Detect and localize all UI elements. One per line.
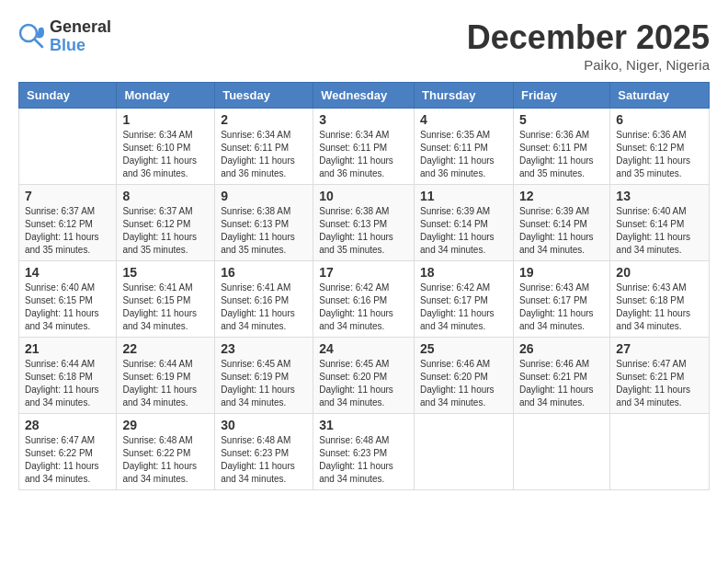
calendar-day-header: Tuesday (215, 83, 313, 109)
calendar-day-header: Monday (117, 83, 215, 109)
calendar-cell: 19Sunrise: 6:43 AM Sunset: 6:17 PM Dayli… (513, 261, 609, 338)
day-number: 14 (25, 265, 110, 280)
calendar-cell: 17Sunrise: 6:42 AM Sunset: 6:16 PM Dayli… (313, 261, 415, 338)
calendar-cell: 10Sunrise: 6:38 AM Sunset: 6:13 PM Dayli… (313, 185, 415, 261)
calendar-cell: 28Sunrise: 6:47 AM Sunset: 6:22 PM Dayli… (19, 414, 117, 490)
day-info: Sunrise: 6:40 AM Sunset: 6:15 PM Dayligh… (25, 282, 110, 333)
day-number: 29 (122, 418, 209, 432)
logo-text: General Blue (50, 18, 111, 55)
day-info: Sunrise: 6:35 AM Sunset: 6:11 PM Dayligh… (420, 129, 507, 180)
day-info: Sunrise: 6:42 AM Sunset: 6:17 PM Dayligh… (420, 282, 507, 333)
day-info: Sunrise: 6:36 AM Sunset: 6:11 PM Dayligh… (519, 129, 604, 180)
day-info: Sunrise: 6:47 AM Sunset: 6:22 PM Dayligh… (25, 434, 110, 486)
calendar-cell: 23Sunrise: 6:45 AM Sunset: 6:19 PM Dayli… (215, 338, 313, 414)
day-info: Sunrise: 6:39 AM Sunset: 6:14 PM Dayligh… (420, 205, 507, 257)
day-number: 9 (221, 189, 307, 203)
day-number: 22 (122, 341, 209, 356)
calendar-cell (415, 414, 514, 490)
calendar-cell: 24Sunrise: 6:45 AM Sunset: 6:20 PM Dayli… (313, 338, 415, 414)
calendar-week-row: 1Sunrise: 6:34 AM Sunset: 6:10 PM Daylig… (19, 109, 710, 185)
title-block: December 2025 Paiko, Niger, Nigeria (467, 18, 710, 73)
day-info: Sunrise: 6:37 AM Sunset: 6:12 PM Dayligh… (25, 205, 110, 257)
calendar-cell: 16Sunrise: 6:41 AM Sunset: 6:16 PM Dayli… (215, 261, 313, 338)
day-info: Sunrise: 6:41 AM Sunset: 6:15 PM Dayligh… (122, 282, 209, 333)
calendar-cell: 27Sunrise: 6:47 AM Sunset: 6:21 PM Dayli… (610, 338, 710, 414)
day-info: Sunrise: 6:36 AM Sunset: 6:12 PM Dayligh… (616, 129, 703, 180)
day-info: Sunrise: 6:46 AM Sunset: 6:20 PM Dayligh… (420, 358, 507, 409)
day-info: Sunrise: 6:48 AM Sunset: 6:23 PM Dayligh… (319, 434, 408, 486)
day-info: Sunrise: 6:38 AM Sunset: 6:13 PM Dayligh… (319, 205, 408, 257)
day-number: 6 (616, 112, 703, 127)
calendar-table: SundayMondayTuesdayWednesdayThursdayFrid… (18, 82, 710, 490)
day-info: Sunrise: 6:38 AM Sunset: 6:13 PM Dayligh… (221, 205, 307, 257)
logo-blue: Blue (50, 37, 111, 55)
day-info: Sunrise: 6:47 AM Sunset: 6:21 PM Dayligh… (616, 358, 703, 409)
calendar-cell: 4Sunrise: 6:35 AM Sunset: 6:11 PM Daylig… (415, 109, 514, 185)
page-header: General Blue December 2025 Paiko, Niger,… (18, 18, 710, 73)
day-number: 8 (122, 189, 209, 203)
day-number: 30 (221, 418, 307, 432)
day-number: 18 (420, 265, 507, 280)
calendar-week-row: 14Sunrise: 6:40 AM Sunset: 6:15 PM Dayli… (19, 261, 710, 338)
logo-general: General (50, 18, 111, 37)
calendar-cell: 25Sunrise: 6:46 AM Sunset: 6:20 PM Dayli… (415, 338, 514, 414)
day-number: 31 (319, 418, 408, 432)
day-number: 13 (616, 189, 703, 203)
calendar-cell: 15Sunrise: 6:41 AM Sunset: 6:15 PM Dayli… (117, 261, 215, 338)
day-info: Sunrise: 6:37 AM Sunset: 6:12 PM Dayligh… (122, 205, 209, 257)
calendar-cell: 1Sunrise: 6:34 AM Sunset: 6:10 PM Daylig… (117, 109, 215, 185)
calendar-day-header: Wednesday (313, 83, 415, 109)
day-number: 12 (519, 189, 604, 203)
calendar-cell (610, 414, 710, 490)
day-info: Sunrise: 6:41 AM Sunset: 6:16 PM Dayligh… (221, 282, 307, 333)
calendar-cell: 9Sunrise: 6:38 AM Sunset: 6:13 PM Daylig… (215, 185, 313, 261)
day-number: 27 (616, 341, 703, 356)
month-title: December 2025 (467, 18, 710, 57)
day-number: 23 (221, 341, 307, 356)
calendar-cell (19, 109, 117, 185)
day-info: Sunrise: 6:46 AM Sunset: 6:21 PM Dayligh… (519, 358, 604, 409)
day-info: Sunrise: 6:40 AM Sunset: 6:14 PM Dayligh… (616, 205, 703, 257)
day-info: Sunrise: 6:48 AM Sunset: 6:22 PM Dayligh… (122, 434, 209, 486)
day-number: 17 (319, 265, 408, 280)
calendar-cell: 26Sunrise: 6:46 AM Sunset: 6:21 PM Dayli… (513, 338, 609, 414)
day-number: 3 (319, 112, 408, 127)
calendar-cell: 11Sunrise: 6:39 AM Sunset: 6:14 PM Dayli… (415, 185, 514, 261)
calendar-day-header: Thursday (415, 83, 514, 109)
day-info: Sunrise: 6:39 AM Sunset: 6:14 PM Dayligh… (519, 205, 604, 257)
calendar-cell: 7Sunrise: 6:37 AM Sunset: 6:12 PM Daylig… (19, 185, 117, 261)
day-info: Sunrise: 6:43 AM Sunset: 6:18 PM Dayligh… (616, 282, 703, 333)
day-number: 10 (319, 189, 408, 203)
calendar-cell: 18Sunrise: 6:42 AM Sunset: 6:17 PM Dayli… (415, 261, 514, 338)
calendar-cell: 21Sunrise: 6:44 AM Sunset: 6:18 PM Dayli… (19, 338, 117, 414)
calendar-header-row: SundayMondayTuesdayWednesdayThursdayFrid… (19, 83, 710, 109)
day-number: 5 (519, 112, 604, 127)
calendar-cell: 29Sunrise: 6:48 AM Sunset: 6:22 PM Dayli… (117, 414, 215, 490)
day-number: 24 (319, 341, 408, 356)
calendar-cell: 20Sunrise: 6:43 AM Sunset: 6:18 PM Dayli… (610, 261, 710, 338)
day-number: 25 (420, 341, 507, 356)
calendar-cell (513, 414, 609, 490)
day-info: Sunrise: 6:34 AM Sunset: 6:11 PM Dayligh… (221, 129, 307, 180)
calendar-day-header: Saturday (610, 83, 710, 109)
calendar-cell: 2Sunrise: 6:34 AM Sunset: 6:11 PM Daylig… (215, 109, 313, 185)
logo: General Blue (18, 18, 111, 55)
logo-icon (18, 23, 46, 51)
day-number: 11 (420, 189, 507, 203)
calendar-cell: 31Sunrise: 6:48 AM Sunset: 6:23 PM Dayli… (313, 414, 415, 490)
calendar-day-header: Sunday (19, 83, 117, 109)
calendar-cell: 8Sunrise: 6:37 AM Sunset: 6:12 PM Daylig… (117, 185, 215, 261)
day-number: 16 (221, 265, 307, 280)
calendar-week-row: 28Sunrise: 6:47 AM Sunset: 6:22 PM Dayli… (19, 414, 710, 490)
day-number: 2 (221, 112, 307, 127)
day-info: Sunrise: 6:45 AM Sunset: 6:20 PM Dayligh… (319, 358, 408, 409)
calendar-cell: 30Sunrise: 6:48 AM Sunset: 6:23 PM Dayli… (215, 414, 313, 490)
calendar-cell: 14Sunrise: 6:40 AM Sunset: 6:15 PM Dayli… (19, 261, 117, 338)
calendar-cell: 5Sunrise: 6:36 AM Sunset: 6:11 PM Daylig… (513, 109, 609, 185)
day-info: Sunrise: 6:34 AM Sunset: 6:11 PM Dayligh… (319, 129, 408, 180)
day-number: 7 (25, 189, 110, 203)
day-number: 15 (122, 265, 209, 280)
calendar-cell: 22Sunrise: 6:44 AM Sunset: 6:19 PM Dayli… (117, 338, 215, 414)
day-info: Sunrise: 6:42 AM Sunset: 6:16 PM Dayligh… (319, 282, 408, 333)
day-info: Sunrise: 6:45 AM Sunset: 6:19 PM Dayligh… (221, 358, 307, 409)
